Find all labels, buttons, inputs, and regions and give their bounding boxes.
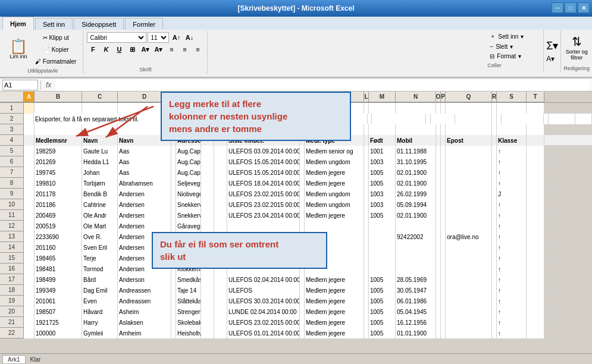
cell-L12[interactable] xyxy=(364,221,369,231)
cell-B21[interactable]: 1921725 xyxy=(35,317,82,328)
cell-S15[interactable]: ↑ xyxy=(497,253,527,263)
cut-button[interactable]: ✂ Klipp ut xyxy=(32,32,79,43)
cell-S12[interactable]: ↑ xyxy=(497,221,527,231)
format-painter-button[interactable]: 🖌 Formatmaler xyxy=(32,56,79,67)
cell-P1[interactable] xyxy=(441,103,446,114)
tab-hjem[interactable]: Hjem xyxy=(2,17,34,30)
cell-P9[interactable] xyxy=(441,189,446,199)
cell-H21[interactable] xyxy=(214,317,227,328)
cell-P3[interactable] xyxy=(441,124,446,135)
cell-A14[interactable] xyxy=(24,242,35,253)
cell-O7[interactable] xyxy=(436,167,441,178)
row-1-header[interactable]: 1 xyxy=(0,103,24,114)
cell-R7[interactable] xyxy=(492,167,497,178)
cell-J8[interactable] xyxy=(300,178,305,189)
cell-T13[interactable] xyxy=(527,231,544,242)
cell-K5[interactable]: Medlem senior og xyxy=(305,146,364,156)
cell-H9[interactable] xyxy=(214,189,227,199)
cell-C17[interactable]: Bård xyxy=(82,274,118,285)
cell-S20[interactable]: ↑ xyxy=(497,306,527,317)
cell-S22[interactable]: ↑ xyxy=(497,328,527,338)
cell-F18[interactable]: Taje 14 xyxy=(176,285,201,296)
cell-A9[interactable] xyxy=(24,189,35,199)
cell-P14[interactable] xyxy=(441,242,446,253)
cell-R10[interactable] xyxy=(492,199,497,210)
tab-formler[interactable]: Formler xyxy=(125,18,163,30)
cell-P21[interactable] xyxy=(441,317,446,328)
cell-S9[interactable]: J xyxy=(497,189,527,199)
cell-B8[interactable]: 199810 xyxy=(35,178,82,189)
cell-A4[interactable] xyxy=(24,135,35,146)
row-21-header[interactable]: 21 xyxy=(0,317,24,328)
row-16-header[interactable]: 16 xyxy=(0,263,24,274)
cell-E5[interactable] xyxy=(171,146,176,156)
cell-E22[interactable] xyxy=(171,328,176,338)
cell-Q12[interactable] xyxy=(446,221,492,231)
cell-P15[interactable] xyxy=(441,253,446,263)
cell-S2[interactable] xyxy=(549,114,576,124)
cell-T11[interactable] xyxy=(527,210,544,221)
cell-H17[interactable] xyxy=(214,274,227,285)
cell-L11[interactable] xyxy=(364,210,369,221)
cell-D11[interactable]: Andersen xyxy=(118,210,171,221)
row-3-header[interactable]: 3 xyxy=(0,124,24,135)
cell-T19[interactable] xyxy=(527,296,544,306)
cell-A15[interactable] xyxy=(24,253,35,263)
cell-G19[interactable] xyxy=(201,296,214,306)
cell-T15[interactable] xyxy=(527,253,544,263)
cell-O3[interactable] xyxy=(436,124,441,135)
cell-L19[interactable] xyxy=(364,296,369,306)
cell-L6[interactable] xyxy=(364,156,369,167)
cell-L14[interactable] xyxy=(364,242,369,253)
cell-B9[interactable]: 201178 xyxy=(35,189,82,199)
col-header-M[interactable]: M xyxy=(369,92,396,102)
row-15-header[interactable]: 15 xyxy=(0,253,24,263)
cell-H19[interactable] xyxy=(214,296,227,306)
cell-N21[interactable]: 16.12.1956 xyxy=(396,317,436,328)
row-10-header[interactable]: 10 xyxy=(0,199,24,210)
cell-O21[interactable] xyxy=(436,317,441,328)
font-color-button[interactable]: A▾ xyxy=(152,44,164,55)
cell-O14[interactable] xyxy=(436,242,441,253)
cell-A17[interactable] xyxy=(24,274,35,285)
cell-O16[interactable] xyxy=(436,263,441,274)
tab-sideoppsett[interactable]: Sideoppsett xyxy=(74,18,124,30)
cell-N12[interactable] xyxy=(396,221,436,231)
cell-E19[interactable] xyxy=(171,296,176,306)
cell-L15[interactable] xyxy=(364,253,369,263)
cell-E21[interactable] xyxy=(171,317,176,328)
cell-I19[interactable]: ULEFOS 30.03.2014 00:00 xyxy=(227,296,300,306)
cell-B20[interactable]: 198507 xyxy=(35,306,82,317)
cell-I10[interactable]: ULEFOS 23.02.2015 00:00 xyxy=(227,199,300,210)
cell-N5[interactable]: 01.11.1988 xyxy=(396,146,436,156)
cell-A12[interactable] xyxy=(24,221,35,231)
cell-O5[interactable] xyxy=(436,146,441,156)
cell-Q15[interactable] xyxy=(446,253,492,263)
cell-S7[interactable]: ↑ xyxy=(497,167,527,178)
cell-C11[interactable]: Ole Andr xyxy=(82,210,118,221)
cell-M11[interactable]: 1005 xyxy=(369,210,396,221)
cell-F7[interactable]: Aug.Cappelensv. xyxy=(176,167,201,178)
cell-I11[interactable]: ULEFOS 23.04.2014 00:00 xyxy=(227,210,300,221)
cell-J17[interactable] xyxy=(300,274,305,285)
cell-R19[interactable] xyxy=(492,296,497,306)
cell-K18[interactable]: Medlem jegere xyxy=(305,285,364,296)
cell-M21[interactable]: 1005 xyxy=(369,317,396,328)
row-6-header[interactable]: 6 xyxy=(0,156,24,167)
row-4-header[interactable]: 4 xyxy=(0,135,24,146)
title-bar-buttons[interactable]: ─ □ ✕ xyxy=(552,2,590,13)
cell-G7[interactable] xyxy=(201,167,214,178)
cell-B12[interactable]: 200519 xyxy=(35,221,82,231)
cell-T5[interactable] xyxy=(527,146,544,156)
cell-M8[interactable]: 1005 xyxy=(369,178,396,189)
align-left-button[interactable]: ≡ xyxy=(165,44,177,55)
cell-K2[interactable] xyxy=(372,114,426,124)
cell-L18[interactable] xyxy=(364,285,369,296)
cell-D5[interactable]: Aas xyxy=(118,146,171,156)
cell-G18[interactable] xyxy=(201,285,214,296)
cell-L8[interactable] xyxy=(364,178,369,189)
cell-Q9[interactable] xyxy=(446,189,492,199)
cell-F5[interactable]: Aug.Cappelensv. xyxy=(176,146,201,156)
cell-I6[interactable]: ULEFOS 15.05.2014 00:00 xyxy=(227,156,300,167)
cell-J11[interactable] xyxy=(300,210,305,221)
